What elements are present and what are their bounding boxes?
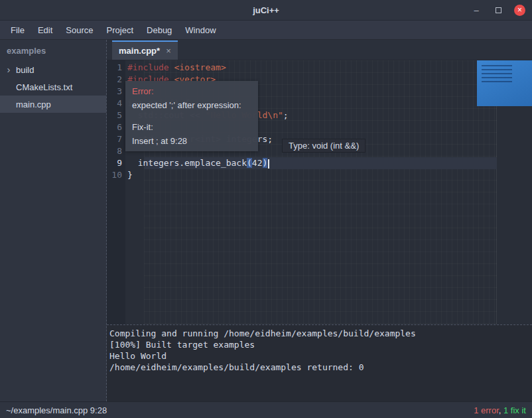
menu-item-window[interactable]: Window [178,23,222,38]
file-tree-panel: examples ›buildCMakeLists.txtmain.cpp [0,40,107,401]
code-editor[interactable]: 12345678910 #include <iostream>#include … [107,60,532,324]
status-diagnostics: 1 error, 1 fix it [474,405,526,415]
status-error-count: 1 error [474,405,499,415]
tree-item-label: main.cpp [16,100,51,109]
type-tooltip: Type: void (int &&) [282,139,366,153]
code-segment: <iostream> [174,62,226,72]
chevron-right-icon[interactable]: › [5,66,13,74]
close-button[interactable]: × [514,5,525,16]
terminal-line: Hello World [109,350,529,362]
code-segment: ) [263,158,268,168]
statusbar: ~/examples/main.cpp 9:28 1 error, 1 fix … [0,401,532,418]
code-segment: emplace_back [184,158,247,168]
menubar: FileEditSourceProjectDebugWindow [0,21,532,40]
tooltip-line [132,112,251,120]
line-number: 9 [107,157,122,169]
code-segment: integers. [127,158,184,168]
code-line-10[interactable]: } [125,169,532,181]
status-file-position: ~/examples/main.cpp 9:28 [6,405,107,415]
code-segment: #include [127,62,174,72]
project-name-header: examples [0,40,106,61]
tooltip-line: Error: [132,84,251,98]
code-segment: 42 [252,158,263,168]
status-separator: , [499,405,503,415]
window-controls: – × [470,0,525,20]
code-line-1[interactable]: #include <iostream> [125,62,532,74]
tree-item-label: CMakeLists.txt [16,82,72,92]
close-icon: × [517,5,522,16]
terminal-line: Compiling and running /home/eidheim/exam… [109,328,529,339]
app-window: juCi++ – × FileEditSourceProjectDebugWin… [0,0,532,418]
restore-icon [496,7,501,13]
main-area: examples ›buildCMakeLists.txtmain.cpp ma… [0,40,532,401]
minimap[interactable] [477,60,532,106]
tab-label: main.cpp* [119,46,160,56]
titlebar: juCi++ – × [0,0,532,21]
menu-item-debug[interactable]: Debug [140,23,178,38]
minimize-button[interactable]: – [470,4,482,16]
tree-item-main-cpp[interactable]: main.cpp [0,96,106,113]
code-segment: } [127,170,133,180]
tree-item-cmakelists-txt[interactable]: CMakeLists.txt [0,78,106,96]
tooltip-line: Insert ; at 9:28 [132,134,251,148]
file-tree: ›buildCMakeLists.txtmain.cpp [0,61,106,113]
code-segment: ( [247,158,252,168]
line-number: 4 [107,98,122,109]
line-number: 7 [107,133,122,145]
editor-column: main.cpp* × 12345678910 #include <iostre… [107,40,532,401]
menu-item-source[interactable]: Source [59,23,100,38]
terminal-line: [100%] Built target examples [109,339,529,350]
tabbar: main.cpp* × [107,40,532,60]
tooltip-line: Fix-it: [132,120,251,134]
line-number: 10 [107,169,122,181]
code-line-9[interactable]: integers.emplace_back(42) [125,157,532,169]
tree-item-label: build [16,65,34,75]
menu-item-project[interactable]: Project [100,23,140,38]
line-number: 3 [107,86,122,98]
line-number-gutter: 12345678910 [107,60,125,324]
line-number: 1 [107,62,122,74]
status-fixit-count: 1 fix it [503,405,526,415]
output-terminal[interactable]: Compiling and running /home/eidheim/exam… [107,324,532,401]
menu-item-file[interactable]: File [4,23,31,38]
line-number: 2 [107,74,122,86]
line-number: 5 [107,109,122,121]
code-segment: ; [283,110,289,120]
menu-item-edit[interactable]: Edit [31,23,59,38]
diagnostic-tooltip: Error:expected ';' after expression:Fix-… [125,81,258,151]
restore-button[interactable] [492,4,504,16]
tree-item-build[interactable]: ›build [0,61,106,78]
terminal-line: /home/eidheim/examples/build/examples re… [109,362,529,373]
tab-close-icon[interactable]: × [166,46,171,56]
line-number: 6 [107,121,122,133]
tooltip-line: expected ';' after expression: [132,98,251,112]
tab-main-cpp[interactable]: main.cpp* × [112,40,178,60]
text-cursor [268,159,269,169]
window-title: juCi++ [253,5,279,15]
line-number: 8 [107,145,122,157]
